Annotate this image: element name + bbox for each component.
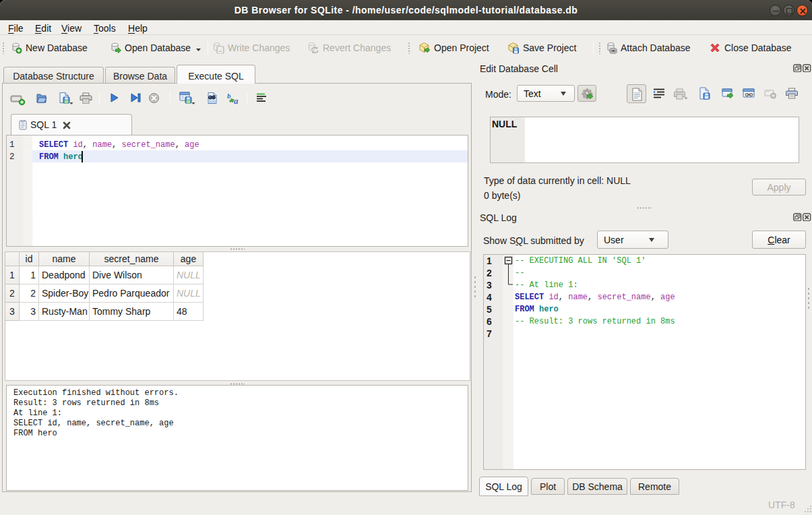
svg-text:b: b: [227, 92, 231, 100]
svg-text:a: a: [234, 96, 239, 104]
